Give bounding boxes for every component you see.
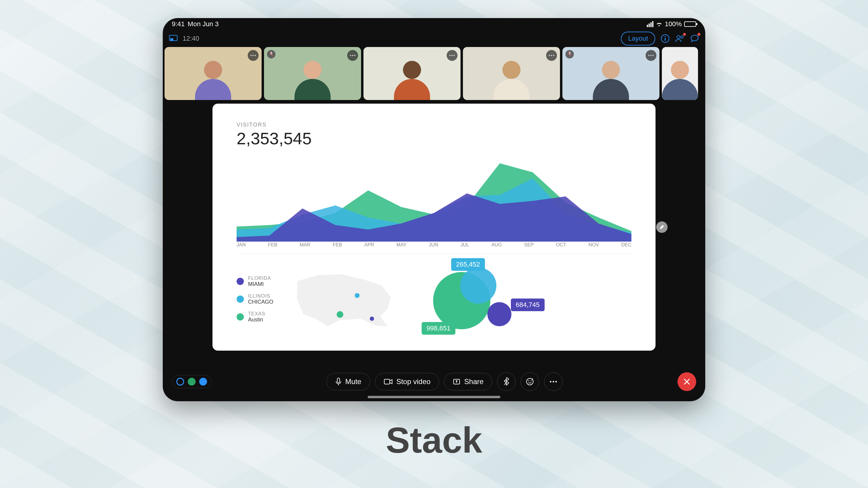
svg-point-8 — [253, 55, 254, 56]
svg-point-33 — [553, 381, 554, 383]
shared-slide: VISITORS 2,353,545 JANFEBMARFEBAPRMAYJUN… — [213, 104, 655, 351]
end-call-button[interactable] — [678, 372, 696, 391]
battery-icon — [684, 22, 696, 27]
participant-tile[interactable] — [364, 47, 461, 100]
svg-point-5 — [677, 36, 680, 38]
svg-point-12 — [354, 55, 355, 56]
svg-point-19 — [551, 55, 552, 56]
legend-item: FLORIDAMIAMI — [237, 275, 273, 287]
shared-content-area: VISITORS 2,353,545 JANFEBMARFEBAPRMAYJUN… — [163, 100, 705, 368]
bluetooth-icon — [503, 378, 510, 386]
tile-more-button[interactable] — [546, 50, 557, 61]
svg-point-34 — [555, 381, 557, 383]
participant-tile[interactable] — [264, 47, 361, 100]
ellipsis-icon — [550, 381, 557, 383]
svg-point-20 — [553, 55, 554, 56]
visitors-area-chart — [237, 151, 631, 241]
layout-button[interactable]: Layout — [621, 32, 655, 45]
participant-tile[interactable] — [662, 47, 698, 100]
svg-point-18 — [549, 55, 550, 56]
svg-rect-1 — [170, 38, 173, 40]
cellular-icon — [647, 21, 653, 27]
microphone-icon — [335, 378, 342, 386]
stop-video-button[interactable]: Stop video — [375, 373, 439, 390]
label-miami: 684,745 — [511, 298, 545, 311]
svg-point-22 — [650, 55, 652, 56]
svg-point-3 — [664, 36, 666, 37]
chart-x-axis: JANFEBMARFEBAPRMAYJUNJULAUGSEPOCTNOVDEC — [237, 242, 631, 248]
annotate-button[interactable] — [656, 221, 668, 233]
ipad-frame: 9:41 Mon Jun 3 100% 12:40 Layout — [163, 18, 705, 401]
svg-point-11 — [352, 55, 353, 56]
self-view-cluster[interactable] — [172, 375, 212, 388]
us-map — [291, 266, 400, 332]
home-indicator[interactable] — [368, 396, 500, 398]
svg-point-21 — [648, 55, 650, 56]
svg-rect-27 — [384, 379, 390, 384]
svg-point-31 — [531, 381, 532, 381]
svg-point-30 — [528, 381, 529, 381]
audio-output-button[interactable] — [497, 372, 516, 391]
svg-point-16 — [452, 55, 453, 56]
mute-button[interactable]: Mute — [327, 373, 370, 390]
svg-point-10 — [350, 55, 351, 56]
visitors-value: 2,353,545 — [237, 129, 631, 148]
participant-tile[interactable] — [164, 47, 261, 100]
battery-percent: 100% — [665, 20, 682, 28]
close-icon — [683, 378, 691, 386]
smile-icon — [526, 378, 534, 386]
svg-point-17 — [454, 55, 455, 56]
svg-point-9 — [255, 55, 256, 56]
chat-icon[interactable] — [690, 34, 699, 43]
svg-point-29 — [527, 378, 533, 385]
mute-indicator-icon — [267, 50, 276, 59]
svg-point-32 — [550, 381, 552, 383]
mute-indicator-icon — [565, 50, 574, 59]
app-header: 12:40 Layout — [163, 30, 705, 47]
city-bubble-chart: 265,452 998,651 684,745 — [418, 260, 545, 338]
label-austin: 998,651 — [422, 322, 456, 335]
label-chicago: 265,452 — [451, 258, 485, 271]
svg-rect-26 — [337, 378, 340, 383]
participant-tile[interactable] — [463, 47, 560, 100]
participant-filmstrip[interactable] — [163, 47, 705, 100]
minimize-icon[interactable] — [169, 35, 178, 42]
tile-more-button[interactable] — [646, 50, 656, 61]
legend-item: TEXASAustin — [237, 311, 273, 323]
svg-point-7 — [250, 55, 252, 56]
camera-icon — [384, 378, 393, 385]
status-time: 9:41 — [172, 20, 185, 28]
legend-item: ILLINOISCHICAGO — [237, 293, 273, 305]
status-date: Mon Jun 3 — [188, 20, 219, 28]
wifi-icon — [656, 22, 662, 27]
tile-more-button[interactable] — [347, 50, 358, 61]
info-icon[interactable] — [661, 34, 670, 43]
svg-rect-4 — [665, 38, 666, 41]
share-icon — [453, 378, 461, 385]
participant-tile[interactable] — [562, 47, 659, 100]
svg-point-15 — [450, 55, 451, 56]
status-bar: 9:41 Mon Jun 3 100% — [163, 18, 705, 30]
svg-point-23 — [652, 55, 654, 56]
tile-more-button[interactable] — [447, 50, 458, 61]
meeting-timer: 12:40 — [183, 35, 199, 42]
slide-caption: Stack — [386, 419, 482, 461]
share-button[interactable]: Share — [444, 373, 492, 390]
more-options-button[interactable] — [544, 372, 563, 391]
bubble-miami — [487, 302, 512, 326]
bubble-chicago — [460, 267, 496, 304]
chart-legend: FLORIDAMIAMI ILLINOISCHICAGO TEXASAustin — [237, 275, 273, 323]
participants-icon[interactable] — [675, 34, 685, 43]
visitors-label: VISITORS — [237, 122, 631, 128]
reactions-button[interactable] — [521, 372, 539, 391]
tile-more-button[interactable] — [248, 50, 258, 61]
svg-point-6 — [681, 36, 683, 38]
